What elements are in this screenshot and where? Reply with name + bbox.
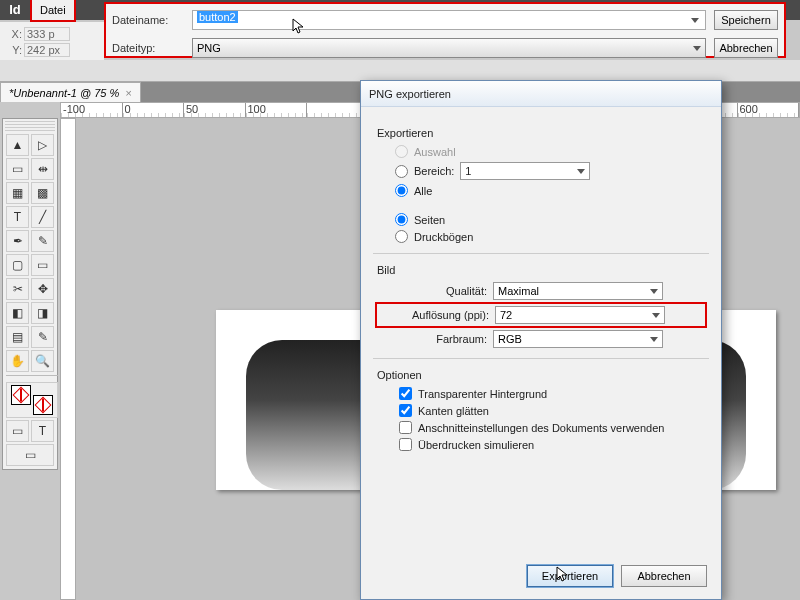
- tool-gradient-feather[interactable]: ◨: [31, 302, 54, 324]
- chevron-down-icon: [650, 337, 658, 342]
- farbraum-row: Farbraum: RGB: [377, 330, 705, 348]
- radio-bereich-label: Bereich:: [414, 165, 454, 177]
- qualitaet-value: Maximal: [498, 285, 539, 297]
- ruler-tick: -100: [61, 103, 123, 117]
- tool-content-placer[interactable]: ▩: [31, 182, 54, 204]
- check-kanten[interactable]: Kanten glätten: [399, 404, 705, 417]
- radio-druck[interactable]: Druckbögen: [395, 230, 705, 243]
- tool-selection[interactable]: ▲: [6, 134, 29, 156]
- dialog-cancel-button[interactable]: Abbrechen: [621, 565, 707, 587]
- save-button[interactable]: Speichern: [714, 10, 778, 30]
- check-anschnitt-label: Anschnitteinstellungen des Dokuments ver…: [418, 422, 664, 434]
- y-value[interactable]: 242 px: [24, 43, 70, 57]
- apply-text[interactable]: T: [31, 420, 54, 442]
- radio-seiten[interactable]: Seiten: [395, 213, 705, 226]
- tool-content-collector[interactable]: ▦: [6, 182, 29, 204]
- ruler-tick: 0: [123, 103, 185, 117]
- qualitaet-row: Qualität: Maximal: [377, 282, 705, 300]
- x-value[interactable]: 333 p: [24, 27, 70, 41]
- aufloesung-row: Auflösung (ppi): 72: [377, 304, 705, 326]
- radio-druck-input[interactable]: [395, 230, 408, 243]
- radio-alle-label: Alle: [414, 185, 432, 197]
- optionen-group-label: Optionen: [377, 369, 705, 381]
- radio-auswahl: Auswahl: [395, 145, 705, 158]
- close-icon[interactable]: ×: [125, 87, 131, 99]
- view-mode[interactable]: ▭: [6, 444, 54, 466]
- aufloesung-value: 72: [500, 309, 512, 321]
- filetype-value: PNG: [197, 42, 221, 54]
- check-kanten-label: Kanten glätten: [418, 405, 489, 417]
- tool-page[interactable]: ▭: [6, 158, 29, 180]
- radio-alle[interactable]: Alle: [395, 184, 705, 197]
- tool-scissors[interactable]: ✂: [6, 278, 29, 300]
- stroke-swatch[interactable]: [33, 395, 53, 415]
- menu-file[interactable]: Datei: [30, 0, 76, 22]
- check-ueberdrucken-input[interactable]: [399, 438, 412, 451]
- app-logo: Id: [0, 0, 30, 20]
- radio-auswahl-label: Auswahl: [414, 146, 456, 158]
- farbraum-value: RGB: [498, 333, 522, 345]
- tool-gap[interactable]: ⇹: [31, 158, 54, 180]
- tool-line[interactable]: ╱: [31, 206, 54, 228]
- radio-bereich-input[interactable]: [395, 165, 408, 178]
- ruler-vertical: [60, 118, 76, 600]
- bereich-select[interactable]: 1: [460, 162, 590, 180]
- tool-zoom[interactable]: 🔍: [31, 350, 54, 372]
- tool-rect-frame[interactable]: ▢: [6, 254, 29, 276]
- export-button[interactable]: Exportieren: [527, 565, 613, 587]
- toolbox-separator: [6, 375, 58, 381]
- radio-bereich[interactable]: Bereich: 1: [395, 162, 705, 180]
- check-anschnitt-input[interactable]: [399, 421, 412, 434]
- tool-transform[interactable]: ✥: [31, 278, 54, 300]
- qualitaet-select[interactable]: Maximal: [493, 282, 663, 300]
- chevron-down-icon: [693, 46, 701, 51]
- tool-gradient-swatch[interactable]: ◧: [6, 302, 29, 324]
- fill-stroke-swatch[interactable]: [6, 382, 58, 418]
- tool-hand[interactable]: ✋: [6, 350, 29, 372]
- radio-alle-input[interactable]: [395, 184, 408, 197]
- ruler-tick: 100: [246, 103, 308, 117]
- radio-auswahl-input: [395, 145, 408, 158]
- check-transparent-input[interactable]: [399, 387, 412, 400]
- tool-direct-select[interactable]: ▷: [31, 134, 54, 156]
- aufloesung-label: Auflösung (ppi):: [379, 309, 489, 321]
- png-export-dialog: PNG exportieren Exportieren Auswahl Bere…: [360, 80, 722, 600]
- filetype-dropdown[interactable]: PNG: [192, 38, 706, 58]
- filetype-label: Dateityp:: [112, 42, 192, 54]
- chevron-down-icon[interactable]: [691, 18, 699, 23]
- check-anschnitt[interactable]: Anschnitteinstellungen des Dokuments ver…: [399, 421, 705, 434]
- doc-tab[interactable]: *Unbenannt-1 @ 75 % ×: [0, 82, 141, 102]
- bereich-value: 1: [465, 165, 471, 177]
- ruler-tick: 50: [184, 103, 246, 117]
- coord-toolbar: X: 333 p Y: 242 px: [0, 22, 104, 62]
- radio-druck-label: Druckbögen: [414, 231, 473, 243]
- secondary-toolbar: [0, 60, 800, 82]
- check-kanten-input[interactable]: [399, 404, 412, 417]
- chevron-down-icon: [650, 289, 658, 294]
- aufloesung-select[interactable]: 72: [495, 306, 665, 324]
- toolbox-grip[interactable]: [5, 121, 55, 131]
- apply-color[interactable]: ▭: [6, 420, 29, 442]
- toolbox: ▲▷▭⇹▦▩T╱✒✎▢▭✂✥◧◨▤✎✋🔍 ▭ T ▭: [2, 118, 58, 470]
- farbraum-label: Farbraum:: [377, 333, 487, 345]
- check-ueberdrucken-label: Überdrucken simulieren: [418, 439, 534, 451]
- tool-eyedropper[interactable]: ✎: [31, 326, 54, 348]
- check-transparent[interactable]: Transparenter Hintergrund: [399, 387, 705, 400]
- filename-value: button2: [197, 11, 238, 23]
- cancel-button[interactable]: Abbrechen: [714, 38, 778, 58]
- qualitaet-label: Qualität:: [377, 285, 487, 297]
- tool-rect[interactable]: ▭: [31, 254, 54, 276]
- tool-note[interactable]: ▤: [6, 326, 29, 348]
- dialog-title: PNG exportieren: [361, 81, 721, 107]
- filename-input[interactable]: button2: [192, 10, 706, 30]
- x-label: X:: [4, 28, 22, 40]
- fill-swatch[interactable]: [11, 385, 31, 405]
- tool-type[interactable]: T: [6, 206, 29, 228]
- export-group-label: Exportieren: [377, 127, 705, 139]
- tool-pen[interactable]: ✒: [6, 230, 29, 252]
- tool-pencil[interactable]: ✎: [31, 230, 54, 252]
- radio-seiten-label: Seiten: [414, 214, 445, 226]
- check-ueberdrucken[interactable]: Überdrucken simulieren: [399, 438, 705, 451]
- farbraum-select[interactable]: RGB: [493, 330, 663, 348]
- radio-seiten-input[interactable]: [395, 213, 408, 226]
